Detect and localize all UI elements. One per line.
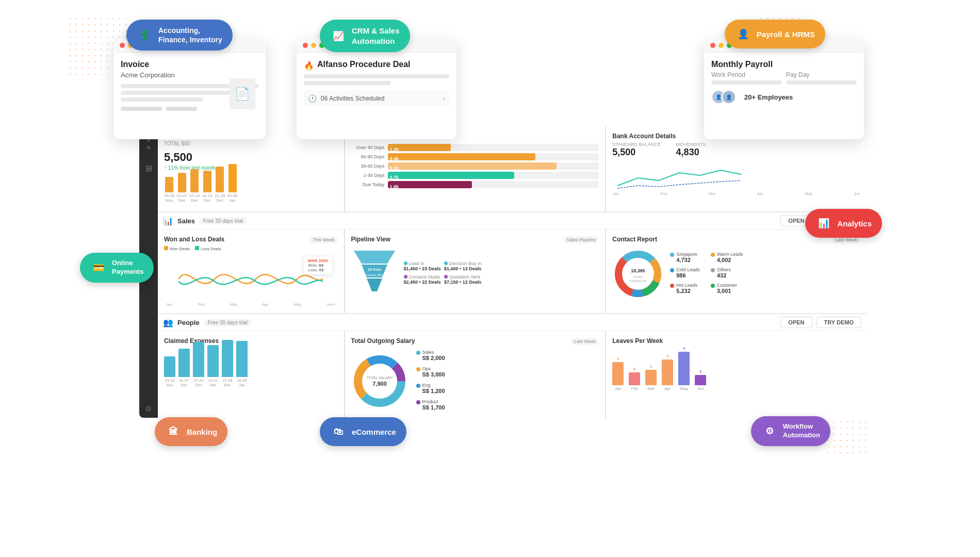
claims-bars: 24-30Nov 01-07Dec 07-14Dec 14-21Dec <box>164 349 338 387</box>
pipeline-title: Pipeline View <box>351 236 390 243</box>
pipeline-subtitle[interactable]: Sales Pipeline <box>563 236 599 243</box>
payroll-title: Monthly Payroll <box>711 60 857 69</box>
month-feb: Feb <box>660 191 667 196</box>
pipeline-header: Pipeline View Sales Pipeline <box>351 236 599 244</box>
cold-val: 986 <box>676 272 700 278</box>
salary-ops-val: S$ 3,000 <box>422 371 445 378</box>
leaves-panel: Leaves Per Week 3 Jan 2 Feb 2 <box>606 331 867 419</box>
sidebar-bottom-icon: ⊙ <box>145 404 152 413</box>
sales-icon: 📊 <box>163 216 173 226</box>
hbar-4: 1-30 Days 2.7k <box>351 172 599 179</box>
bar-5: 21-28Dec <box>215 167 225 203</box>
dot-yellow-pr <box>718 43 724 48</box>
crm-label: CRM & SalesAutomation <box>352 26 400 46</box>
leaves-val-jan: 3 <box>617 356 619 361</box>
pill-ecommerce[interactable]: 🛍 eCommerce <box>320 417 406 446</box>
ce-bar-label-5: 21-28Dec <box>222 378 232 387</box>
tooltip-loss: Loss: 03 <box>308 268 328 272</box>
leaves-val-mar: 2 <box>650 364 652 369</box>
hbar-fill-4: 2.7k <box>388 172 515 179</box>
pi-decision: Decision Buy In $1,400 • 13 Deals <box>444 261 482 271</box>
salary-product-val: S$ 1,700 <box>422 404 445 411</box>
donut-container: 18,385 TOTAL CONTACTS Singapore 4,732 <box>612 248 860 300</box>
payments-icon: 💳 <box>90 259 107 276</box>
month-mar: Mar <box>709 191 716 196</box>
pill-accounting[interactable]: 💲 Accounting,Finance, Inventory <box>126 20 233 51</box>
pill-crm[interactable]: 📈 CRM & SalesAutomation <box>320 20 410 52</box>
bank-val-1: STANDARD BALANCE 5,500 <box>612 142 660 158</box>
hbar-track-1: 1.2k <box>388 144 599 151</box>
people-try-demo-btn[interactable]: TRY DEMO <box>816 317 861 328</box>
ce-bar-fill-5 <box>222 340 233 377</box>
pill-online-payments[interactable]: 💳 OnlinePayments <box>80 253 154 283</box>
ce-bar-fill-1 <box>164 356 175 377</box>
svg-text:7,900: 7,900 <box>372 381 387 387</box>
bar-label-3: 07-14Dec <box>189 193 200 203</box>
ce-bar-1: 24-30Nov <box>164 356 175 387</box>
payroll-grid: Work Period Pay Day <box>711 71 857 85</box>
payroll-line-1 <box>711 80 782 85</box>
leaves-bar-apr: 3 Apr <box>662 354 673 391</box>
legend-hot-text: Hot Leads 5,232 <box>676 283 697 294</box>
pi-decision-val: $1,400 • 13 Deals <box>444 266 482 271</box>
pay-day-label: Pay Day <box>786 71 857 78</box>
ce-bar-label-1: 24-30Nov <box>165 378 174 387</box>
month-jun: Jun <box>854 191 860 196</box>
salary-sales-val: S$ 2,000 <box>422 355 445 361</box>
panel-row-2: Won and Loss Deals This Week Won Deals L… <box>158 230 867 313</box>
funnel-svg: 22 from Contacts Made <box>351 248 398 297</box>
wl-period[interactable]: This Week <box>309 236 337 243</box>
sidebar-dot-3 <box>147 146 150 149</box>
pi-decision-label: Decision Buy In <box>444 261 482 266</box>
dot-customer <box>711 284 715 288</box>
salary-eng-label: Eng <box>422 383 445 388</box>
hbar-1: Over 90 Days 1.2k <box>351 144 599 151</box>
dot-salary-ops <box>416 367 420 371</box>
hbar-2: 60-90 Days 3.4k <box>351 153 599 160</box>
salary-ops-text: Ops S$ 3,000 <box>422 366 445 378</box>
hot-val: 5,232 <box>676 288 697 294</box>
crm-icon: 📈 <box>330 28 347 44</box>
cr-legend: Singapore 4,732 Warm Leads 4,002 <box>670 252 743 296</box>
pi-lead-in: Lead In $1,450 • 23 Deals <box>404 261 442 271</box>
sidebar-grid-icon[interactable]: ⊞ <box>145 163 152 173</box>
donut-svg: 18,385 TOTAL CONTACTS <box>612 248 664 300</box>
bar-fill-3 <box>190 169 199 192</box>
salary-eng-val: S$ 1,200 <box>422 388 445 394</box>
employee-count: 20+ Employees <box>744 93 793 101</box>
pill-payroll[interactable]: 👤 Payroll & HRMS <box>725 20 825 48</box>
hbar-3: 30-60 Days 5.1k <box>351 162 599 170</box>
pill-analytics[interactable]: 📊 Analytics <box>805 209 882 238</box>
pill-banking[interactable]: 🏛 Banking <box>155 417 227 446</box>
legend-warm-text: Warm Leads 4,002 <box>717 252 743 263</box>
win-line-5 <box>166 107 197 111</box>
salary-legend-product: Product S$ 1,700 <box>416 399 445 411</box>
svg-text:18,385: 18,385 <box>631 268 645 273</box>
crm-line-2 <box>304 81 391 85</box>
leaves-title: Leaves Per Week <box>612 337 860 345</box>
leaves-month-jan: Jan <box>615 386 622 391</box>
crm-title: Alfanso Procedure Deal <box>317 60 411 69</box>
dot-hot <box>670 284 674 288</box>
pi-lead-label: Lead In <box>404 261 442 266</box>
tooltip-won: Won: 04 <box>308 263 328 268</box>
ar-bars: Over 90 Days 1.2k 60-90 Days 3.4k 30-60 … <box>351 144 599 188</box>
flame-icon: 🔥 <box>304 61 314 71</box>
salary-legend-sales: Sales S$ 2,000 <box>416 350 445 361</box>
dot-others <box>711 268 715 272</box>
hbar-val-2: 3.4k <box>388 156 401 160</box>
wl-chart: MAR 2020 Won: 04 Loss: 03 <box>164 253 338 302</box>
crm-window: 🔥 Alfanso Procedure Deal 🕐 06 Activities… <box>297 39 456 139</box>
hbar-fill-2: 3.4k <box>388 153 536 160</box>
work-period-label: Work Period <box>711 71 782 78</box>
hbar-label-3: 30-60 Days <box>351 163 385 169</box>
invoices-bar-chart: 24-30Nov 01-07Dec 07-14Dec 14-21Dec <box>164 175 338 203</box>
pill-workflow[interactable]: ⚙ WorkflowAutomation <box>751 416 830 446</box>
sales-section-header: 📊 Sales Free 30 days trial OPEN TRY DEMO <box>158 211 867 230</box>
people-open-btn[interactable]: OPEN <box>780 317 812 328</box>
salary-period[interactable]: Last Week <box>571 338 599 345</box>
leaves-val-feb: 2 <box>633 367 635 371</box>
contact-report-panel: Contact Report Last Week 18,385 TOTAL CO… <box>606 230 867 313</box>
cold-label: Cold Leads <box>676 267 700 272</box>
hbar-5: Due Today 1.8k <box>351 181 599 188</box>
